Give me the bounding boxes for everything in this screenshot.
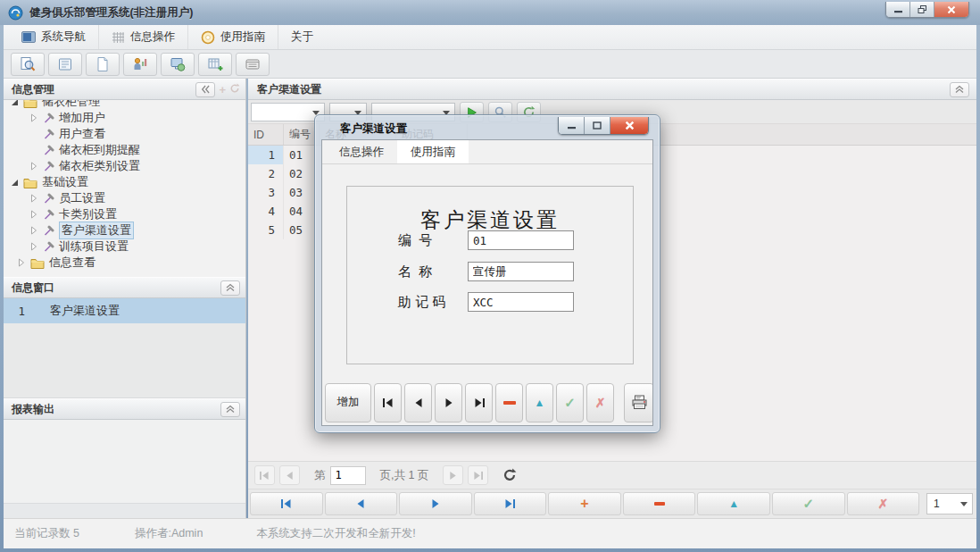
tool-icon	[43, 161, 54, 172]
page-number-input[interactable]	[330, 466, 366, 485]
prev-page-button[interactable]	[279, 465, 300, 485]
dialog-content: 信息操作 使用指南 客户渠道设置 编 号 名 称 助 记 码	[321, 139, 653, 426]
dialog-delete-button[interactable]	[495, 383, 523, 422]
menu-info-ops[interactable]: 信息操作	[99, 25, 188, 49]
tree-item-info-view[interactable]: 信息查看	[4, 255, 245, 271]
info-window-header: 信息窗口	[4, 277, 245, 298]
tree-item-locker-mgmt[interactable]: 储衣柜管理	[4, 100, 245, 110]
record-edit-button[interactable]: ▲	[697, 492, 770, 515]
record-delete-button[interactable]	[623, 492, 696, 515]
chevrons-left-icon	[201, 85, 211, 94]
add-button[interactable]: 增加	[325, 383, 371, 422]
first-record-icon	[280, 498, 293, 509]
collapsed-arrow-icon[interactable]	[30, 242, 43, 251]
menu-about[interactable]: 关于	[278, 25, 326, 49]
record-prev-button[interactable]	[325, 492, 398, 515]
name-input[interactable]	[468, 262, 574, 281]
expanded-arrow-icon[interactable]	[11, 100, 23, 106]
collapsed-arrow-icon[interactable]	[30, 226, 43, 235]
info-window-row[interactable]: 1 客户渠道设置	[4, 298, 245, 323]
collapse-report-button[interactable]	[220, 402, 240, 417]
menu-user-guide[interactable]: 使用指南	[188, 25, 278, 49]
dialog-cancel-button[interactable]: ✗	[586, 383, 614, 422]
card-file-button[interactable]	[236, 53, 270, 76]
new-document-button[interactable]	[86, 53, 120, 76]
reload-icon	[502, 468, 517, 482]
dialog-minimize-button[interactable]	[559, 117, 585, 134]
next-page-button[interactable]	[443, 465, 463, 485]
expanded-arrow-icon[interactable]	[11, 179, 23, 187]
dialog-post-button[interactable]: ✓	[556, 383, 584, 422]
chevrons-up-icon	[955, 85, 964, 94]
name-label: 名 称	[398, 263, 432, 280]
search-document-button[interactable]	[11, 53, 45, 76]
tree-item-card-category[interactable]: 卡类别设置	[4, 206, 245, 222]
code-input[interactable]	[468, 230, 574, 250]
dialog-maximize-button[interactable]	[585, 117, 610, 134]
tree-item-training-project[interactable]: 训练项目设置	[4, 238, 245, 255]
table-add-button[interactable]	[198, 53, 232, 76]
dialog-close-button[interactable]	[610, 117, 648, 134]
tab-user-guide[interactable]: 使用指南	[397, 140, 469, 163]
chevrons-up-icon	[226, 283, 235, 292]
record-cancel-button[interactable]: ✗	[847, 492, 920, 515]
column-header-id[interactable]: ID	[248, 124, 284, 145]
first-page-button[interactable]	[254, 465, 275, 485]
tree-item-basic-settings[interactable]: 基础设置	[4, 174, 245, 190]
x-icon: ✗	[877, 497, 888, 511]
collapsed-arrow-icon[interactable]	[30, 194, 43, 203]
menu-system-nav[interactable]: 系统导航	[9, 25, 99, 49]
record-count-status: 当前记录数 5	[14, 526, 79, 541]
record-insert-button[interactable]: +	[548, 492, 621, 515]
prev-record-icon	[412, 397, 425, 408]
mnemonic-input[interactable]	[468, 292, 574, 312]
dialog-edit-button[interactable]: ▲	[526, 383, 553, 422]
panel-icon	[21, 31, 36, 43]
record-last-button[interactable]	[474, 492, 547, 515]
record-post-button[interactable]: ✓	[772, 492, 845, 515]
dialog-print-button[interactable]	[624, 383, 652, 422]
collapsed-arrow-icon[interactable]	[18, 258, 30, 267]
reload-grid-button[interactable]	[502, 468, 517, 482]
tab-info-operation[interactable]: 信息操作	[326, 140, 397, 163]
dialog-prev-button[interactable]	[404, 383, 432, 422]
collapse-sidebar-button[interactable]	[195, 82, 215, 97]
close-button[interactable]	[934, 2, 968, 17]
folder-icon	[30, 257, 45, 269]
tree-item-locker-expiry[interactable]: 储衣柜到期提醒	[4, 142, 245, 158]
record-count-select[interactable]: 1	[926, 493, 973, 514]
edit-triangle-icon: ▲	[535, 397, 545, 409]
record-first-button[interactable]	[250, 492, 323, 515]
status-bar: 当前记录数 5 操作者:Admin 本系统支持二次开发和全新开发!	[4, 518, 976, 548]
tree-item-locker-category[interactable]: 储衣柜类别设置	[4, 158, 245, 174]
tree-item-user-view[interactable]: 用户查看	[4, 126, 245, 142]
report-output-panel	[4, 420, 245, 504]
dialog-first-button[interactable]	[374, 383, 402, 422]
tool-icon	[43, 129, 54, 140]
tree-item-staff-settings[interactable]: 员工设置	[4, 190, 245, 206]
application-window: 健身俱乐部管理系统(非注册用户) 系统导航 信息操作 使用指南 关于	[0, 0, 980, 552]
collapsed-arrow-icon[interactable]	[30, 210, 43, 219]
tree-item-add-user[interactable]: 增加用户	[4, 110, 245, 126]
restore-button[interactable]	[910, 2, 934, 17]
last-page-button[interactable]	[468, 465, 488, 485]
last-record-icon	[473, 397, 486, 408]
sidebar: 信息管理 + 储衣柜管理 增加用户 用户查看	[4, 79, 246, 518]
window-title: 健身俱乐部管理系统(非注册用户)	[29, 5, 193, 21]
help-ring-icon	[201, 30, 215, 45]
window-controls	[885, 2, 969, 18]
collapse-info-window-button[interactable]	[220, 280, 240, 296]
table-add-icon	[207, 56, 223, 72]
tree-item-customer-channel[interactable]: 客户渠道设置	[4, 222, 245, 238]
minimize-button[interactable]	[886, 2, 910, 17]
collapsed-arrow-icon[interactable]	[30, 162, 43, 171]
dialog-next-button[interactable]	[435, 383, 462, 422]
record-next-button[interactable]	[399, 492, 472, 515]
pagination-bar: 第 页,共 1 页	[248, 461, 976, 489]
collapsed-arrow-icon[interactable]	[30, 113, 43, 122]
form-list-button[interactable]	[48, 53, 82, 76]
monitor-globe-button[interactable]	[161, 53, 195, 76]
person-report-button[interactable]	[123, 53, 157, 76]
dialog-last-button[interactable]	[465, 383, 493, 422]
collapse-main-button[interactable]	[950, 82, 969, 97]
